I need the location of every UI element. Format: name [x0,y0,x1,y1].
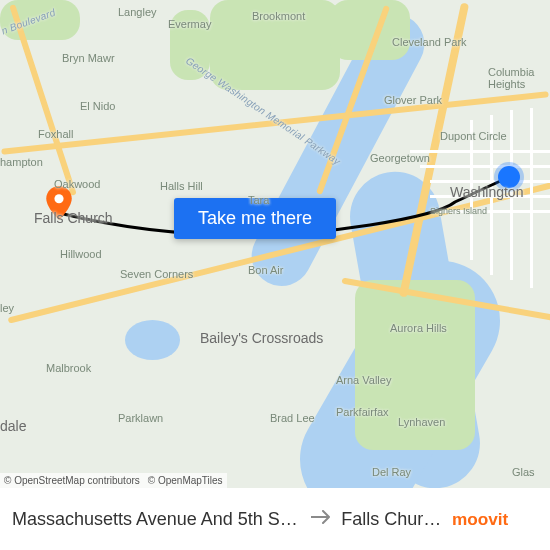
place-label: Hillwood [60,248,102,260]
park-area-a [210,0,340,90]
origin-marker[interactable] [498,166,520,188]
place-label: Bailey's Crossroads [200,330,323,346]
place-label: Bryn Mawr [62,52,115,64]
place-label: Brad Lee [270,412,315,424]
map-attribution: © OpenStreetMap contributors © OpenMapTi… [0,473,227,488]
attribution-omt: © OpenMapTiles [148,475,223,486]
destination-marker[interactable] [46,200,72,226]
route-summary: Massachusetts Avenue And 5th Stre… Falls… [12,509,444,530]
place-label: Columbia Heights [488,66,548,90]
place-label: hampton [0,156,43,168]
attribution-osm: © OpenStreetMap contributors [4,475,140,486]
moovit-logo[interactable]: moovit [452,504,538,534]
place-label: Georgetown [370,152,430,164]
place-label: El Nido [80,100,115,112]
park-area-d [355,280,475,450]
place-label: dale [0,418,26,434]
place-label: Parklawn [118,412,163,424]
road [440,210,550,213]
destination-label: Falls Churc… [341,509,444,530]
road [530,108,533,288]
cta-label: Take me there [198,208,312,228]
svg-text:moovit: moovit [452,509,509,529]
road [490,115,493,275]
take-me-there-button[interactable]: Take me there [174,198,336,239]
lake-barcroft [125,320,180,360]
place-label: Dupont Circle [440,130,507,142]
origin-label: Massachusetts Avenue And 5th Stre… [12,509,301,530]
route-footer: Massachusetts Avenue And 5th Stre… Falls… [0,488,550,550]
place-label: ley [0,302,14,314]
map-pin-icon [46,186,72,220]
place-label: Glas [512,466,535,478]
map[interactable]: Take me there Langley Evermay Brookmont … [0,0,550,488]
svg-point-0 [54,194,63,203]
road [410,150,550,153]
place-label: Malbrook [46,362,91,374]
place-label: Halls Hill [160,180,203,192]
arrow-right-icon [311,510,331,528]
road [510,110,513,280]
place-label: Langley [118,6,157,18]
park-area-c [170,10,210,80]
road [470,120,473,260]
highway [1,91,549,154]
